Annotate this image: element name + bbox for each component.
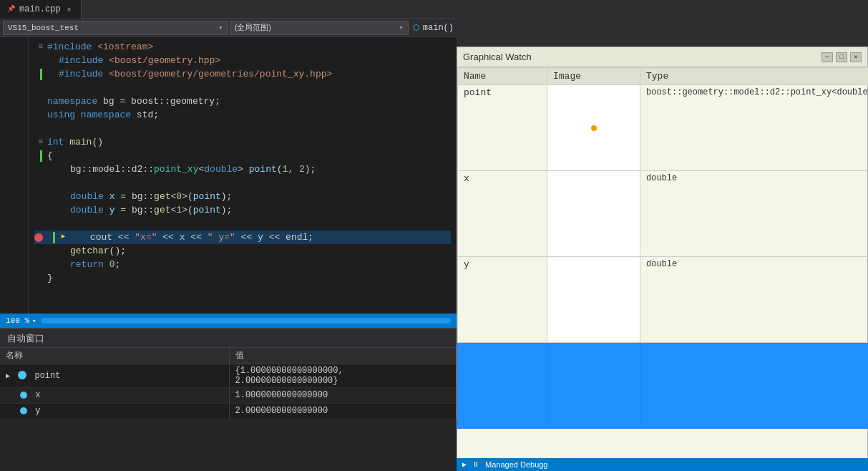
gw-row-y: y double	[458, 257, 869, 343]
auto-row-y: y 2.0000000000000000	[0, 403, 457, 419]
dot-orange-point	[591, 125, 597, 131]
kw-using: using	[47, 108, 75, 122]
gw-minimize-btn[interactable]: —	[821, 52, 833, 62]
code-line-12: double x = bg::get<0>(point);	[34, 190, 451, 203]
code-line-5: namespace bg = boost::geometry;	[34, 94, 451, 108]
auto-cell-name-x: x	[0, 387, 229, 403]
auto-row-x: x 1.0000000000000000	[0, 387, 457, 403]
collapse-icon-1: ⊟	[39, 40, 42, 54]
main-cpp-tab[interactable]: 📌 main.cpp ✕	[0, 0, 82, 19]
gw-name-y: y	[458, 257, 547, 343]
str-boost-geom: <boost/geometry.hpp>	[109, 54, 220, 67]
code-line-7	[34, 122, 451, 135]
gw-title-bar: Graphical Watch — □ ✕	[457, 47, 867, 67]
code-line-2: #include <boost/geometry.hpp>	[34, 54, 451, 67]
gw-restore-btn[interactable]: □	[836, 52, 847, 62]
var-icon-y	[20, 407, 27, 414]
scope-right-label: main()	[423, 23, 454, 33]
gw-col-type: Type	[640, 68, 869, 85]
code-line-16: getchar();	[34, 244, 451, 258]
gw-row-x: x double	[458, 171, 869, 257]
gw-image-empty	[547, 343, 640, 429]
str-iostream: <iostream>	[97, 40, 153, 54]
gw-col-name: Name	[458, 68, 547, 85]
auto-window-title-bar: 自动窗口	[0, 329, 457, 348]
scope-middle-dropdown[interactable]: (全局范围) ▾	[230, 21, 409, 35]
auto-cell-name-point: ▶ point	[0, 364, 229, 387]
gw-close-btn[interactable]: ✕	[850, 52, 862, 62]
zoom-bar: 100 % ▾	[0, 314, 457, 328]
kw-include-2: #include	[59, 54, 103, 67]
green-bar-15	[53, 232, 55, 243]
breakpoint-dot-15	[34, 233, 43, 242]
gw-image-point	[547, 85, 640, 171]
pause-icon[interactable]: ⏸	[472, 460, 479, 469]
indicator-15b	[47, 232, 60, 243]
auto-cell-value-point: {1.00000000000000000, 2.0000000000000000…	[229, 364, 457, 387]
scope-left-dropdown[interactable]: VS15_boost_test ▾	[3, 21, 228, 35]
green-bar-3	[40, 69, 42, 80]
var-icon-point	[18, 371, 26, 379]
indicator-8: ⊟	[34, 135, 47, 149]
auto-cell-value-x: 1.0000000000000000	[229, 387, 457, 403]
arrow-indicator-15: ➤	[60, 230, 66, 244]
auto-col-name: 名称	[0, 348, 229, 364]
func-getchar: getchar	[70, 244, 109, 258]
gw-controls: — □ ✕	[821, 52, 862, 62]
code-line-4	[34, 81, 451, 94]
gw-name-x: x	[458, 171, 547, 257]
auto-col-value: 值	[229, 348, 457, 364]
gw-col-image: Image	[547, 68, 640, 85]
code-line-18: }	[34, 271, 451, 285]
indicator-3	[34, 69, 47, 80]
gw-image-x	[547, 171, 640, 257]
indicator-1: ⊟	[34, 40, 47, 54]
gw-type-x: double	[640, 171, 869, 257]
gw-type-empty	[640, 343, 869, 429]
code-line-10: bg::model::d2::point_xy<double> point(1,…	[34, 162, 451, 176]
kw-return: return	[70, 258, 104, 271]
gw-type-point: boost::geometry::model::d2::point_xy<dou…	[640, 85, 869, 171]
expand-arrow-point[interactable]: ▶	[6, 372, 10, 380]
auto-row-point: ▶ point {1.00000000000000000, 2.00000000…	[0, 364, 457, 387]
auto-cell-name-y: y	[0, 403, 229, 419]
gw-name-empty	[458, 343, 547, 429]
status-bar: ▶ ⏸ Managed Debugg	[457, 458, 868, 471]
collapse-icon-8: ⊟	[39, 135, 42, 149]
scope-right-icon: ⬡	[413, 23, 420, 32]
indicator-9	[34, 150, 47, 162]
code-line-9: {	[34, 149, 451, 162]
zoom-dropdown-icon[interactable]: ▾	[32, 317, 36, 325]
kw-int: int	[47, 135, 64, 149]
kw-double-x: double	[70, 190, 104, 203]
var-name-y: y	[35, 406, 40, 416]
horizontal-scrollbar[interactable]	[42, 318, 451, 324]
var-name-point: point	[34, 371, 60, 381]
str-point-xy: <boost/geometry/geometries/point_xy.hpp>	[109, 67, 332, 81]
kw-namespace2: namespace	[81, 108, 131, 122]
var-name-x: x	[35, 390, 40, 400]
auto-cell-value-y: 2.0000000000000000	[229, 403, 457, 419]
auto-window-table: 名称 值 ▶ point {1.00000000000000000, 2.000…	[0, 348, 457, 419]
gw-table: Name Image Type point boost::geometry::m…	[457, 67, 868, 429]
tab-bar: 📌 main.cpp ✕	[0, 0, 457, 19]
code-line-14	[34, 217, 451, 230]
tab-close-button[interactable]: ✕	[65, 5, 74, 14]
tab-filename: main.cpp	[19, 4, 61, 14]
code-line-8: ⊟ int main()	[34, 135, 451, 149]
scope-right-area: ⬡ main()	[413, 23, 454, 33]
brace-close: }	[47, 271, 53, 285]
play-icon[interactable]: ▶	[462, 460, 467, 469]
code-line-15: ➤ cout << "x=" << x << " y=" << y << end…	[34, 230, 451, 244]
kw-include-3: #include	[59, 67, 103, 81]
code-content[interactable]: ⊟ #include <iostream> #include <boost/ge…	[29, 37, 457, 315]
var-icon-x	[20, 392, 27, 399]
code-line-3: #include <boost/geometry/geometries/poin…	[34, 67, 451, 81]
graphical-watch-panel: Graphical Watch — □ ✕ Name Image Type po…	[457, 47, 868, 467]
code-area: ⊟ #include <iostream> #include <boost/ge…	[0, 37, 457, 315]
kw-namespace: namespace	[47, 94, 97, 108]
line-numbers	[0, 37, 29, 315]
gw-image-y	[547, 257, 640, 343]
code-line-6: using namespace std;	[34, 108, 451, 122]
code-line-11	[34, 176, 451, 190]
